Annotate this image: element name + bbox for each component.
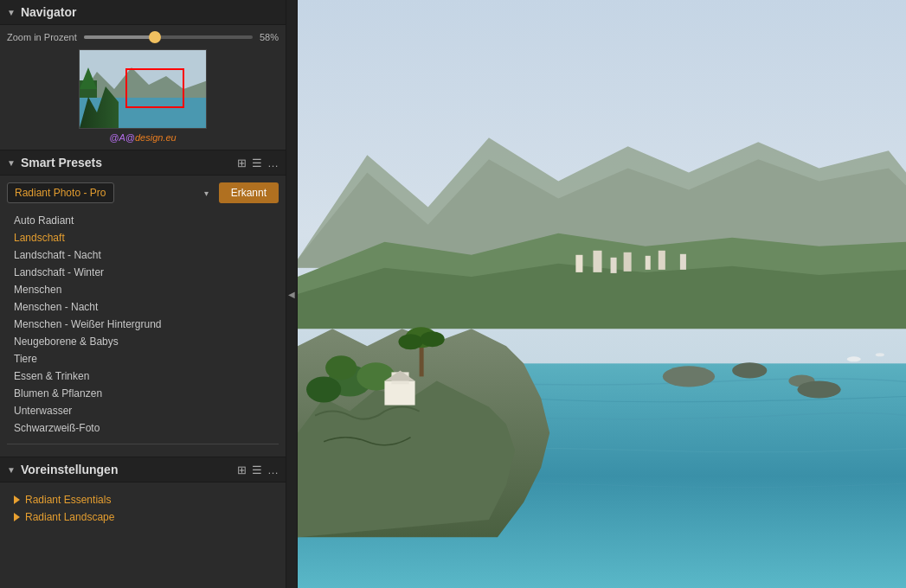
svg-point-33 — [732, 362, 767, 378]
preset-dropdown[interactable]: Radiant Photo - Pro — [7, 182, 114, 203]
svg-rect-11 — [575, 255, 582, 272]
list-item[interactable]: Menschen — [7, 281, 279, 298]
svg-rect-17 — [680, 254, 686, 270]
list-item[interactable]: Neugeborene & Babys — [7, 333, 279, 350]
preset-dropdown-wrap[interactable]: Radiant Photo - Pro — [7, 182, 214, 203]
svg-rect-14 — [624, 252, 632, 272]
vorein-label: Radiant Landscape — [25, 511, 114, 523]
zoom-label: Zoom in Prozent — [7, 32, 77, 42]
preset-list: Auto Radiant Landschaft Landschaft - Nac… — [7, 210, 279, 438]
list-item[interactable]: Essen & Trinken — [7, 368, 279, 385]
list-item[interactable]: Menschen - Nacht — [7, 298, 279, 316]
triangle-icon — [14, 495, 20, 504]
vorein-label: Radiant Essentials — [25, 494, 111, 506]
zoom-row: Zoom in Prozent 58% — [7, 32, 279, 42]
svg-rect-29 — [384, 380, 414, 405]
main-area — [298, 0, 906, 588]
watermark: @A@design.eu — [7, 132, 279, 143]
vorein-more-icon[interactable]: … — [267, 463, 279, 476]
list-item[interactable]: Unterwasser — [7, 402, 279, 419]
zoom-slider[interactable] — [84, 35, 253, 39]
grid-view-icon[interactable]: ⊞ — [237, 157, 247, 169]
svg-rect-15 — [646, 256, 651, 270]
smart-presets-section-header[interactable]: ▼ Smart Presets ⊞ ☰ … — [0, 150, 286, 176]
zoom-value: 58% — [260, 32, 279, 42]
smart-presets-arrow: ▼ — [7, 158, 16, 168]
voreinstellungen-arrow: ▼ — [7, 465, 16, 475]
more-options-icon[interactable]: … — [267, 157, 279, 169]
voreinstellungen-body: Radiant Essentials Radiant Landscape — [0, 483, 286, 534]
list-item[interactable]: Auto Radiant — [7, 212, 279, 229]
list-item[interactable]: Radiant Landscape — [7, 508, 279, 526]
zoom-thumb[interactable] — [149, 31, 161, 43]
svg-rect-13 — [611, 258, 617, 273]
preset-controls: Radiant Photo - Pro Erkannt — [7, 182, 279, 203]
list-item[interactable]: Landschaft — [7, 229, 279, 246]
navigator-body: Zoom in Prozent 58% — [0, 25, 286, 150]
left-panel: ▼ Navigator Zoom in Prozent 58% — [0, 0, 286, 588]
svg-point-36 — [847, 356, 861, 361]
svg-point-22 — [306, 376, 341, 402]
svg-point-28 — [421, 331, 445, 347]
svg-point-37 — [876, 353, 884, 356]
voreinstellungen-title: Voreinstellungen — [21, 463, 237, 476]
zoom-slider-fill — [84, 35, 155, 39]
list-item[interactable]: Tiere — [7, 350, 279, 368]
navigator-thumbnail[interactable] — [79, 49, 207, 129]
svg-point-24 — [325, 355, 357, 380]
list-item[interactable]: Blumen & Pflanzen — [7, 385, 279, 402]
smart-presets-icons: ⊞ ☰ … — [237, 157, 279, 169]
thumbnail-image — [80, 50, 206, 128]
divider — [7, 444, 279, 444]
list-item[interactable]: Radiant Essentials — [7, 491, 279, 508]
voreinstellungen-section-header[interactable]: ▼ Voreinstellungen ⊞ ☰ … — [0, 457, 286, 483]
svg-rect-16 — [659, 251, 665, 270]
vorein-list-icon[interactable]: ☰ — [252, 463, 262, 476]
svg-rect-12 — [593, 251, 601, 272]
list-item[interactable]: Menschen - Weißer Hintergrund — [7, 316, 279, 333]
vorein-grid-icon[interactable]: ⊞ — [237, 463, 247, 476]
erkannt-button[interactable]: Erkannt — [219, 182, 279, 203]
main-image — [298, 0, 906, 588]
list-item[interactable]: Landschaft - Nacht — [7, 246, 279, 264]
voreinstellungen-icons: ⊞ ☰ … — [237, 463, 279, 476]
svg-rect-1 — [80, 98, 207, 129]
svg-point-32 — [663, 366, 715, 387]
list-item[interactable]: Schwarzweiß-Foto — [7, 419, 279, 437]
list-view-icon[interactable]: ☰ — [252, 157, 262, 169]
triangle-icon — [14, 513, 20, 521]
collapse-handle[interactable] — [286, 0, 298, 588]
svg-point-27 — [398, 334, 422, 349]
list-item[interactable]: Landschaft - Winter — [7, 264, 279, 281]
vorein-list: Radiant Essentials Radiant Landscape — [7, 489, 279, 527]
navigator-arrow: ▼ — [7, 8, 16, 17]
svg-point-35 — [797, 380, 840, 398]
smart-presets-body: Radiant Photo - Pro Erkannt Auto Radiant… — [0, 176, 286, 457]
smart-presets-title: Smart Presets — [21, 156, 237, 169]
navigator-title: Navigator — [21, 5, 279, 19]
navigator-section-header[interactable]: ▼ Navigator — [0, 0, 286, 25]
